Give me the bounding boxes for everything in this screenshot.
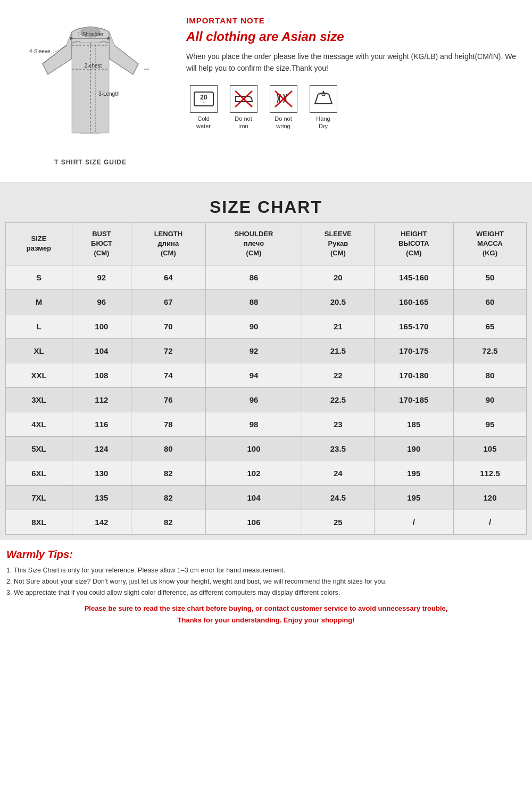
note-text: When you place the order please live the… (186, 51, 516, 74)
table-row: 8XL1428210625// (6, 510, 527, 534)
cell-bust: 116 (72, 412, 131, 436)
tips-list-item: 3. We appreciate that if you could allow… (6, 587, 526, 598)
cell-size: 5XL (6, 436, 72, 461)
cell-shoulder: 106 (205, 510, 302, 534)
cell-size: XL (6, 338, 72, 363)
cell-shoulder: 90 (205, 314, 302, 338)
cell-height: 190 (374, 436, 453, 461)
cell-shoulder: 100 (205, 436, 302, 461)
cell-bust: 108 (72, 363, 131, 387)
cell-sleeve: 22 (302, 363, 375, 387)
hang-dry-icon (310, 85, 337, 113)
size-chart-section: SIZE CHART SIZEразмер BUSTБЮСТ(CM) LENGT… (0, 182, 532, 540)
svg-text:°: ° (203, 101, 204, 106)
cell-height: 185 (374, 412, 453, 436)
cell-bust: 104 (72, 338, 131, 363)
cell-weight: 60 (453, 289, 526, 314)
cell-height: 165-170 (374, 314, 453, 338)
tips-highlight: Please be sure to read the size chart be… (6, 603, 526, 626)
cell-weight: 72.5 (453, 338, 526, 363)
cell-weight: 120 (453, 485, 526, 510)
col-header-shoulder: SHOULDERплечо(CM) (205, 223, 302, 265)
hang-dry-label: HangDry (316, 115, 330, 130)
cell-height: 160-165 (374, 289, 453, 314)
svg-text:2-chest: 2-chest (85, 63, 102, 69)
cell-bust: 130 (72, 461, 131, 485)
tips-list-item: 2. Not Sure about your size? Don't worry… (6, 576, 526, 587)
cell-sleeve: 24.5 (302, 485, 375, 510)
cell-bust: 135 (72, 485, 131, 510)
cell-shoulder: 86 (205, 265, 302, 289)
important-note-label: IMPORTANT NOTE (186, 16, 516, 25)
cell-size: 4XL (6, 412, 72, 436)
cold-water-icon: 20 ° (190, 85, 218, 113)
table-row: XXL108749422170-18080 (6, 363, 527, 387)
table-row: L100709021165-17065 (6, 314, 527, 338)
cell-weight: 112.5 (453, 461, 526, 485)
no-iron-label: Do notiron (235, 115, 252, 130)
cell-length: 74 (131, 363, 205, 387)
info-section: IMPORTANT NOTE All clothing are Asian si… (176, 11, 527, 171)
cell-sleeve: 22.5 (302, 387, 375, 412)
cell-length: 64 (131, 265, 205, 289)
size-chart-title: SIZE CHART (5, 188, 527, 222)
cell-bust: 100 (72, 314, 131, 338)
cell-shoulder: 88 (205, 289, 302, 314)
top-section: 1-Shoulder 2-chest 3-Length 4-S (0, 0, 532, 182)
care-no-iron: Do notiron (226, 85, 261, 130)
cell-size: 8XL (6, 510, 72, 534)
cell-length: 80 (131, 436, 205, 461)
shirt-size-guide-label: T SHIRT SIZE GUIDE (54, 159, 127, 166)
col-header-size: SIZEразмер (6, 223, 72, 265)
svg-text:4-Sleeve: 4-Sleeve (29, 48, 51, 54)
cell-length: 82 (131, 485, 205, 510)
cell-height: / (374, 510, 453, 534)
cell-bust: 92 (72, 265, 131, 289)
cell-sleeve: 21.5 (302, 338, 375, 363)
cell-sleeve: 20 (302, 265, 375, 289)
table-row: 3XL112769622.5170-18590 (6, 387, 527, 412)
cell-length: 70 (131, 314, 205, 338)
asian-size-title: All clothing are Asian size (186, 29, 516, 44)
shirt-diagram: 1-Shoulder 2-chest 3-Length 4-S (5, 11, 176, 171)
cell-height: 195 (374, 485, 453, 510)
cell-sleeve: 23.5 (302, 436, 375, 461)
cell-height: 170-175 (374, 338, 453, 363)
table-row: 4XL11678982318595 (6, 412, 527, 436)
table-row: S92648620145-16050 (6, 265, 527, 289)
cell-weight: 90 (453, 387, 526, 412)
cold-water-label: Coldwater (196, 115, 211, 130)
cell-sleeve: 21 (302, 314, 375, 338)
cell-length: 82 (131, 510, 205, 534)
cell-length: 76 (131, 387, 205, 412)
cell-bust: 142 (72, 510, 131, 534)
cell-shoulder: 104 (205, 485, 302, 510)
table-row: M96678820.5160-16560 (6, 289, 527, 314)
cell-size: 6XL (6, 461, 72, 485)
svg-text:3-Length: 3-Length (98, 91, 119, 97)
cell-height: 170-180 (374, 363, 453, 387)
cell-shoulder: 94 (205, 363, 302, 387)
col-header-sleeve: SLEEVEРукав(CM) (302, 223, 375, 265)
care-hang-dry: HangDry (306, 85, 340, 130)
cell-sleeve: 25 (302, 510, 375, 534)
cell-shoulder: 98 (205, 412, 302, 436)
no-wring-icon (270, 85, 297, 113)
cell-shoulder: 92 (205, 338, 302, 363)
cell-shoulder: 102 (205, 461, 302, 485)
cell-height: 170-185 (374, 387, 453, 412)
cell-weight: 95 (453, 412, 526, 436)
no-wring-label: Do notwring (275, 115, 292, 130)
table-header-row: SIZEразмер BUSTБЮСТ(CM) LENGTHдлина(CM) … (6, 223, 527, 265)
cell-height: 195 (374, 461, 453, 485)
cell-weight: 80 (453, 363, 526, 387)
cell-sleeve: 24 (302, 461, 375, 485)
cell-weight: 105 (453, 436, 526, 461)
care-cold-water: 20 ° Coldwater (186, 85, 221, 130)
size-chart-table: SIZEразмер BUSTБЮСТ(CM) LENGTHдлина(CM) … (5, 222, 527, 535)
warmly-tips-title: Warmly Tips: (6, 548, 526, 561)
cell-weight: 65 (453, 314, 526, 338)
cell-size: 7XL (6, 485, 72, 510)
col-header-bust: BUSTБЮСТ(CM) (72, 223, 131, 265)
table-row: XL104729221.5170-17572.5 (6, 338, 527, 363)
